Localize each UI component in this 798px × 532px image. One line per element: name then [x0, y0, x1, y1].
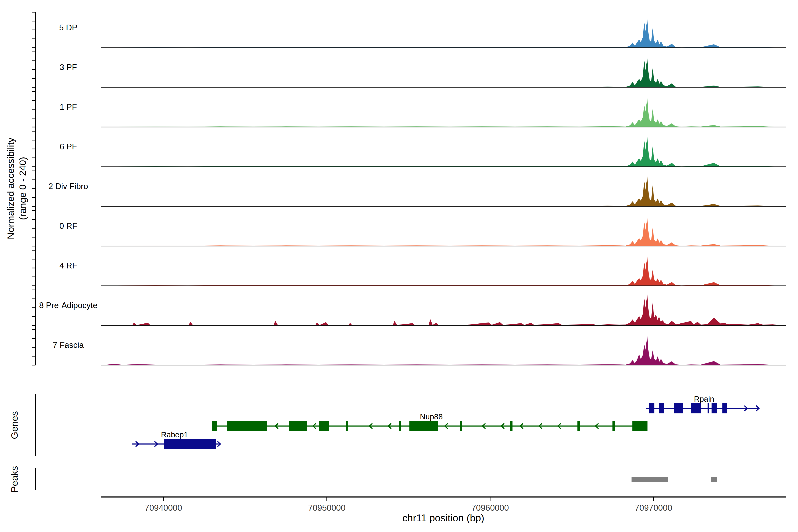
track-signal-area-6: [101, 256, 786, 286]
gene-exon: [674, 403, 683, 413]
track-label-0: 5 DP: [59, 23, 77, 32]
track-label-2: 1 PF: [60, 102, 77, 112]
genes-section-label: Genes: [9, 411, 20, 439]
gene-model-rabep1: Rabep1: [132, 430, 221, 449]
gene-label-rabep1: Rabep1: [161, 430, 188, 439]
x-axis-tick-label: 70970000: [634, 503, 672, 513]
y-axis-label-line1: Normalized accessibility: [5, 137, 16, 239]
gene-label-rpain: Rpain: [694, 395, 714, 403]
track-label-8: 7 Fascia: [53, 341, 84, 349]
track-label-4: 2 Div Fibro: [49, 182, 88, 191]
y-axis-label-line2: (range 0 - 240): [17, 157, 28, 220]
gene-model-rpain: Rpain: [646, 395, 759, 413]
peak-interval: [631, 477, 668, 482]
gene-exon: [711, 403, 717, 413]
track-signal-area-4: [101, 176, 786, 206]
gene-model-nup88: Nup88: [212, 412, 647, 431]
gene-exon: [577, 421, 580, 431]
gene-exon: [410, 421, 438, 431]
track-label-6: 4 RF: [59, 261, 77, 270]
gene-exon: [707, 403, 709, 413]
x-axis-title: chr11 position (bp): [402, 512, 484, 524]
track-signal-area-5: [101, 218, 786, 246]
gene-exon: [510, 421, 513, 431]
track-label-7: 8 Pre-Adipocyte: [39, 301, 97, 310]
track-signal-area-1: [101, 58, 786, 87]
gene-exon: [227, 421, 267, 431]
peak-interval: [711, 477, 717, 482]
gene-exon: [460, 421, 462, 431]
gene-exon: [346, 421, 348, 431]
track-signal-area-3: [101, 137, 786, 167]
gene-exon: [649, 403, 654, 413]
track-signal-area-2: [101, 98, 786, 127]
track-label-3: 6 PF: [60, 142, 77, 151]
gene-exon: [289, 421, 307, 431]
x-axis-tick-label: 70950000: [308, 503, 346, 513]
gene-exon: [212, 421, 217, 431]
track-label-5: 0 RF: [59, 222, 77, 230]
gene-exon: [632, 421, 647, 431]
peak-intervals-layer: [631, 477, 717, 482]
gene-label-nup88: Nup88: [420, 412, 443, 421]
x-axis-tick-label: 70940000: [145, 503, 182, 513]
genome-browser-figure: 5 DP3 PF1 PF6 PF2 Div Fibro0 RF4 RF8 Pre…: [0, 0, 798, 532]
track-signal-area-0: [101, 19, 786, 48]
tracks-axis-ticks-layer: [32, 12, 36, 365]
x-axis-tick-label: 70960000: [471, 503, 509, 513]
x-axis-ticks-layer: 70940000709500007096000070970000: [145, 497, 672, 513]
gene-exon: [659, 403, 664, 413]
track-label-1: 3 PF: [60, 63, 77, 72]
accessibility-tracks-layer: 5 DP3 PF1 PF6 PF2 Div Fibro0 RF4 RF8 Pre…: [39, 19, 786, 365]
peaks-section-label: Peaks: [9, 466, 20, 493]
gene-exon: [612, 421, 615, 431]
gene-exon: [691, 403, 701, 413]
gene-models-layer: RpainNup88Rabep1: [132, 395, 759, 449]
track-signal-area-7: [101, 294, 786, 325]
gene-exon: [319, 421, 329, 431]
gene-exon: [722, 403, 727, 413]
gene-exon: [399, 421, 401, 431]
track-signal-area-8: [101, 336, 786, 365]
gene-exon: [164, 439, 216, 449]
